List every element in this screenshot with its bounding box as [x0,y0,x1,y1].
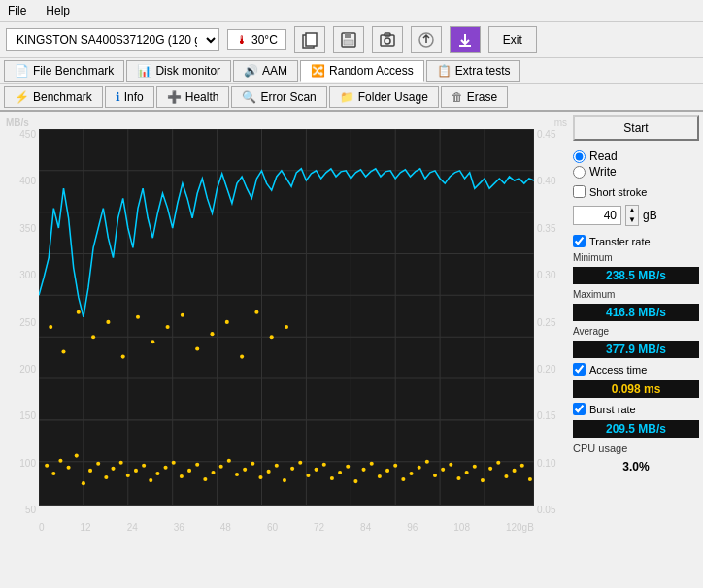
burst-rate-checkbox[interactable] [573,403,586,415]
read-radio-label[interactable]: Read [573,149,699,163]
write-radio[interactable] [573,166,586,179]
copy-icon [301,31,318,49]
svg-point-87 [473,465,477,469]
nav-aam[interactable]: 🔊 AAM [233,60,298,82]
average-value: 377.9 MB/s [573,341,699,358]
svg-point-34 [58,459,62,463]
save-icon-btn[interactable] [333,26,364,53]
nav-extra-tests[interactable]: 📋 Extra tests [426,60,521,82]
nav-info-label: Info [124,90,144,104]
export-icon [418,31,435,49]
svg-point-46 [149,478,152,482]
y-axis-left-label: MB/s [6,117,29,128]
svg-point-71 [346,465,350,469]
spin-up-button[interactable]: ▲ [626,206,638,215]
svg-point-86 [465,471,469,474]
copy-icon-btn[interactable] [294,26,325,53]
export-icon-btn[interactable] [411,26,442,53]
nav-file-benchmark[interactable]: 📄 File Benchmark [4,60,124,82]
nav-erase[interactable]: 🗑 Erase [441,86,508,108]
transfer-rate-checkbox[interactable] [573,235,586,247]
read-write-group: Read Write [573,149,699,179]
svg-point-51 [187,469,191,473]
svg-point-69 [330,476,334,480]
svg-point-42 [119,461,123,465]
svg-point-104 [181,313,184,317]
svg-point-70 [338,471,342,474]
erase-icon: 🗑 [452,90,463,104]
nav-health[interactable]: ➕ Health [156,86,230,108]
svg-point-81 [425,460,429,464]
svg-point-60 [258,475,262,479]
svg-point-98 [91,335,95,339]
svg-point-72 [353,479,357,483]
nav-folder-usage-label: Folder Usage [358,90,428,104]
access-time-checkbox[interactable] [573,363,586,376]
svg-point-105 [195,346,199,350]
download-icon-btn[interactable] [450,26,481,53]
cpu-usage-value: 3.0% [573,458,699,475]
short-stroke-label: Short stroke [589,186,647,198]
svg-point-65 [298,461,302,465]
svg-point-59 [251,462,254,466]
svg-point-91 [504,474,508,478]
svg-point-37 [82,481,85,485]
svg-point-96 [61,349,65,353]
svg-rect-4 [344,40,353,45]
svg-point-64 [290,467,294,471]
main-content: MB/s ms 450 400 350 300 250 200 150 100 … [0,112,703,539]
info-icon: ℹ [116,90,120,104]
drive-select[interactable]: KINGSTON SA400S37120G (120 gB) [6,28,219,51]
nav-disk-monitor-label: Disk monitor [155,64,220,78]
svg-point-97 [77,310,81,314]
write-radio-label[interactable]: Write [573,165,699,179]
svg-point-106 [210,332,214,336]
svg-point-48 [164,466,168,470]
svg-point-95 [49,325,52,329]
right-panel: Start Read Write Short stroke ▲ ▼ gB [569,112,703,539]
nav-benchmark-label: Benchmark [33,90,92,104]
benchmark-chart [39,129,534,506]
spin-down-button[interactable]: ▼ [626,215,638,225]
svg-rect-1 [306,33,317,46]
aam-icon: 🔊 [244,64,258,78]
thermometer-icon: 🌡 [236,33,248,47]
chart-section: MB/s ms 450 400 350 300 250 200 150 100 … [4,115,569,535]
read-radio[interactable] [573,150,586,163]
svg-point-89 [488,467,492,471]
nav-disk-monitor[interactable]: 📊 Disk monitor [126,60,231,82]
nav-info[interactable]: ℹ Info [105,86,154,108]
short-stroke-input[interactable] [573,206,621,225]
svg-point-82 [433,474,437,477]
short-stroke-spinner: ▲ ▼ [625,205,639,226]
svg-point-77 [393,464,397,468]
svg-point-53 [203,477,207,481]
menu-file[interactable]: File [4,2,30,19]
screenshot-icon-btn[interactable] [372,26,403,53]
svg-point-62 [275,464,279,468]
svg-point-88 [481,478,485,482]
maximum-label: Maximum [573,289,699,300]
nav-folder-usage[interactable]: 📁 Folder Usage [329,86,439,108]
svg-rect-9 [39,129,534,506]
svg-point-110 [270,335,274,339]
nav-random-access[interactable]: 🔀 Random Access [300,60,424,82]
nav-erase-label: Erase [467,90,497,104]
nav-benchmark[interactable]: ⚡ Benchmark [4,86,103,108]
short-stroke-checkbox[interactable] [573,185,586,198]
download-icon [456,31,474,49]
start-button[interactable]: Start [573,115,699,141]
camera-icon [379,31,396,49]
svg-point-80 [418,466,421,470]
exit-button[interactable]: Exit [488,26,537,53]
svg-point-55 [219,465,223,469]
x-axis-labels: 0 12 24 36 48 60 72 84 96 108 120gB [39,522,534,533]
burst-rate-label: Burst rate [589,404,636,415]
nav-error-scan-label: Error Scan [260,90,316,104]
menu-help[interactable]: Help [42,2,74,19]
svg-point-41 [111,467,115,471]
svg-rect-3 [345,33,351,38]
short-stroke-row: ▲ ▼ gB [573,205,699,226]
minimum-value: 238.5 MB/s [573,267,699,284]
nav-error-scan[interactable]: 🔍 Error Scan [231,86,326,108]
